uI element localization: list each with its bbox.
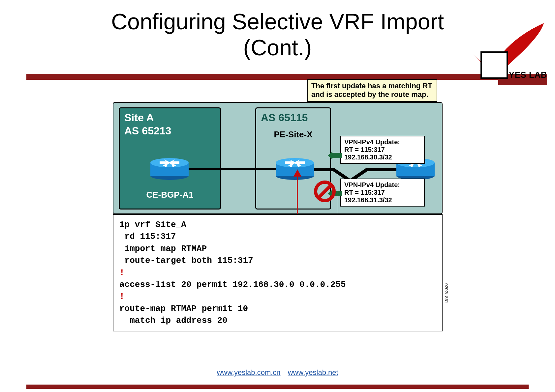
logo: YES LAB <box>461 20 547 82</box>
svg-line-24 <box>319 185 331 198</box>
site-a-router-label: CE-BGP-A1 <box>120 190 220 200</box>
site-x-router-label: PE-Site-X <box>256 129 330 140</box>
logo-text: YES LAB <box>509 70 547 80</box>
cfg-l2: rd 115:317 <box>119 232 176 241</box>
site-x-asn: AS 65115 <box>261 112 308 124</box>
site-a-title: Site A <box>124 112 154 124</box>
title-line1: Configuring Selective VRF Import <box>111 9 444 34</box>
update1-line1: VPN-IPv4 Update: <box>344 138 421 146</box>
cfg-bang1: ! <box>119 268 125 278</box>
arrow-update1-icon <box>328 152 342 159</box>
blocked-icon <box>314 181 336 202</box>
logo-box-icon <box>480 51 508 79</box>
update1-line2: RT = 115:317 <box>344 146 421 154</box>
update2-line2: RT = 115:317 <box>344 189 421 196</box>
update2-line3: 192.168.31.3/32 <box>344 196 421 204</box>
diagram: The first update has a matching RT and i… <box>113 86 443 323</box>
callout-first-update: The first update has a matching RT and i… <box>307 79 437 102</box>
code-reference: 020G_861 <box>444 283 449 303</box>
update-box-1: VPN-IPv4 Update: RT = 115:317 192.168.30… <box>340 136 425 164</box>
cfg-l6: route-map RTMAP permit 10 <box>119 304 248 314</box>
update2-line1: VPN-IPv4 Update: <box>344 181 421 189</box>
svg-marker-21 <box>328 152 342 159</box>
title-underline-bar <box>26 74 529 80</box>
site-a-asn: AS 65213 <box>124 125 171 137</box>
topology-panel: Site A AS 65213 CE-BGP-A1 AS 65115 PE-Si… <box>113 102 443 214</box>
cfg-l3: import map RTMAP <box>119 244 207 254</box>
cfg-l4: route-target both 115:317 <box>119 256 253 266</box>
link-ce-pe <box>182 168 285 170</box>
footer-links: www.yeslab.com.cn www.yeslab.net <box>0 368 555 377</box>
footer-link-2[interactable]: www.yeslab.net <box>288 368 338 377</box>
cfg-bang2: ! <box>119 292 125 301</box>
config-code-box: ip vrf Site_A rd 115:317 import map RTMA… <box>113 214 443 331</box>
cfg-l5: access-list 20 permit 192.168.30.0 0.0.0… <box>119 280 346 290</box>
update1-line3: 192.168.30.3/32 <box>344 154 421 161</box>
router-ce-icon <box>150 157 189 181</box>
footer-link-1[interactable]: www.yeslab.com.cn <box>217 368 280 377</box>
slide: Configuring Selective VRF Import (Cont.)… <box>0 0 555 392</box>
bottom-accent-bar <box>26 385 529 389</box>
cfg-l1: ip vrf Site_A <box>119 220 186 230</box>
svg-marker-26 <box>293 169 301 177</box>
update-box-2: VPN-IPv4 Update: RT = 115:317 192.168.31… <box>340 179 425 207</box>
cfg-l7: match ip address 20 <box>119 316 228 325</box>
